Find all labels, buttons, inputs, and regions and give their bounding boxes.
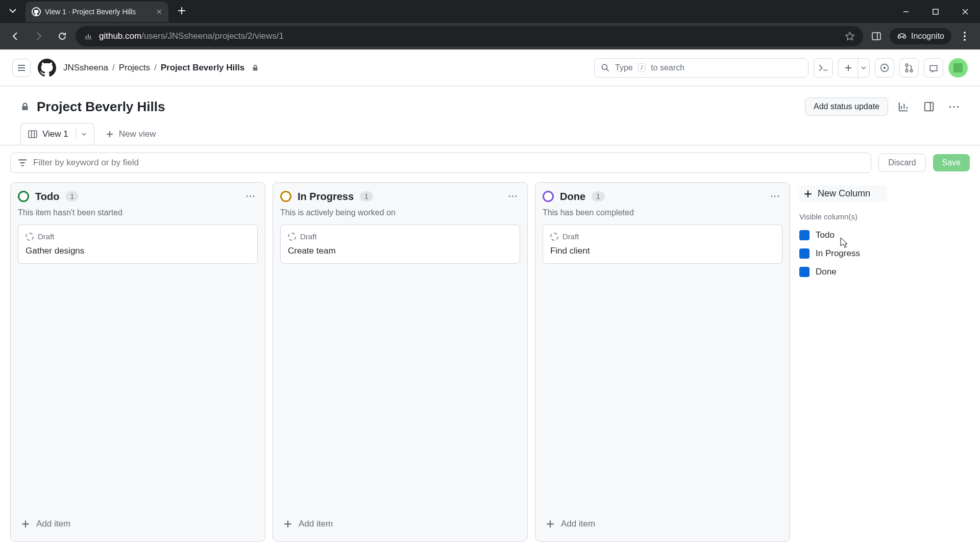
board-layout-icon — [28, 130, 37, 139]
board-card[interactable]: Draft Find client — [543, 224, 782, 264]
column-menu-button[interactable]: ··· — [769, 190, 782, 203]
add-item-button[interactable]: Add item — [543, 514, 782, 534]
filter-input-wrapper[interactable] — [10, 153, 871, 173]
tab-title: View 1 · Project Beverly Hills — [45, 8, 152, 16]
column-menu-button[interactable]: ··· — [506, 190, 520, 203]
card-title: Gather designs — [26, 246, 250, 256]
window-maximize-button[interactable] — [921, 0, 950, 23]
board-card[interactable]: Draft Gather designs — [18, 224, 258, 264]
window-close-button[interactable] — [950, 0, 980, 23]
breadcrumb: JNSsheena / Projects / Project Beverly H… — [63, 63, 259, 73]
board: Todo 1 ··· This item hasn't been started… — [0, 180, 980, 544]
breadcrumb-projects[interactable]: Projects — [119, 63, 150, 73]
breadcrumb-separator: / — [154, 63, 157, 73]
address-bar[interactable]: github.com/users/JNSsheena/projects/2/vi… — [76, 26, 863, 46]
create-new-dropdown[interactable] — [857, 58, 870, 78]
tab-search-button[interactable] — [4, 2, 21, 19]
column-name[interactable]: Todo — [35, 191, 59, 203]
command-palette-button[interactable] — [814, 58, 833, 78]
filter-row: Discard Save — [0, 145, 980, 180]
svg-point-8 — [905, 64, 908, 66]
nav-forward-button[interactable] — [29, 26, 49, 46]
pull-requests-button[interactable] — [899, 58, 919, 78]
new-column-label: New Column — [818, 188, 870, 199]
site-info-icon[interactable] — [84, 32, 93, 41]
nav-back-button[interactable] — [5, 26, 26, 46]
checkbox-checked-icon — [799, 248, 810, 259]
column-count-badge: 1 — [360, 191, 373, 202]
add-item-button[interactable]: Add item — [18, 514, 258, 534]
breadcrumb-current[interactable]: Project Beverly Hills — [161, 63, 244, 73]
checkbox-checked-icon — [799, 267, 810, 277]
visible-column-toggle[interactable]: Done — [799, 263, 887, 281]
window-minimize-button[interactable] — [891, 0, 921, 23]
browser-menu-button[interactable] — [954, 26, 975, 46]
discard-button[interactable]: Discard — [878, 154, 925, 172]
svg-rect-1 — [85, 39, 92, 39]
project-title-row: Project Beverly Hills Add status update … — [0, 86, 980, 123]
filter-icon — [18, 158, 27, 167]
close-tab-icon[interactable]: ✕ — [156, 8, 162, 16]
new-tab-button[interactable] — [174, 3, 190, 19]
view-tab-dropdown[interactable] — [76, 129, 87, 140]
project-details-button[interactable] — [919, 96, 939, 117]
browser-toolbar: github.com/users/JNSsheena/projects/2/vi… — [0, 23, 980, 49]
new-column-button[interactable]: New Column — [799, 185, 887, 202]
column-description: This is actively being worked on — [280, 208, 520, 217]
plus-icon — [546, 519, 555, 529]
visible-columns-label: Visible column(s) — [799, 212, 887, 221]
github-logo[interactable] — [38, 59, 56, 77]
insights-button[interactable] — [893, 96, 914, 117]
create-new-button[interactable] — [838, 58, 857, 78]
add-status-update-button[interactable]: Add status update — [805, 97, 888, 116]
search-icon — [601, 63, 610, 72]
lock-icon — [252, 64, 259, 71]
draft-label: Draft — [562, 232, 579, 241]
browser-tab[interactable]: View 1 · Project Beverly Hills ✕ — [26, 2, 168, 22]
column-settings-panel: New Column Visible column(s) Todo In Pro… — [797, 182, 889, 542]
plus-icon — [803, 189, 813, 198]
visible-column-toggle[interactable]: Todo — [799, 226, 887, 244]
incognito-indicator[interactable]: Incognito — [890, 28, 951, 44]
nav-reload-button[interactable] — [52, 26, 72, 46]
search-placeholder-pre: Type — [615, 63, 633, 72]
draft-label: Draft — [38, 232, 55, 241]
column-name[interactable]: Done — [560, 191, 585, 203]
status-circle-icon — [18, 191, 29, 202]
view-tab-current[interactable]: View 1 — [20, 123, 94, 145]
column-name[interactable]: In Progress — [298, 191, 354, 203]
search-input[interactable]: Type / to search — [594, 58, 808, 78]
nav-menu-button[interactable] — [12, 59, 31, 77]
column-description: This item hasn't been started — [18, 208, 258, 217]
svg-rect-12 — [925, 103, 934, 111]
draft-label: Draft — [300, 232, 317, 241]
board-card[interactable]: Draft Create team — [280, 224, 520, 264]
visible-column-name: Todo — [816, 230, 835, 240]
filter-input[interactable] — [33, 158, 864, 168]
card-title: Create team — [288, 246, 512, 256]
avatar[interactable] — [948, 58, 968, 78]
new-view-button[interactable]: New view — [97, 124, 164, 144]
svg-point-10 — [910, 69, 913, 72]
status-circle-icon — [543, 191, 554, 202]
svg-point-7 — [884, 66, 886, 69]
side-panel-button[interactable] — [866, 26, 887, 46]
github-header: JNSsheena / Projects / Project Beverly H… — [0, 49, 980, 86]
save-button[interactable]: Save — [933, 154, 970, 171]
visible-column-toggle[interactable]: In Progress — [799, 244, 887, 263]
tab-favicon — [32, 7, 41, 16]
breadcrumb-owner[interactable]: JNSsheena — [63, 63, 108, 73]
project-menu-button[interactable]: ··· — [944, 96, 965, 117]
add-item-button[interactable]: Add item — [280, 514, 520, 534]
checkbox-checked-icon — [799, 230, 810, 240]
view-tab-label: View 1 — [42, 129, 68, 139]
notifications-button[interactable] — [924, 58, 943, 78]
column-menu-button[interactable]: ··· — [244, 190, 258, 203]
draft-status-icon — [26, 233, 34, 241]
add-item-label: Add item — [561, 519, 595, 529]
bookmark-star-icon[interactable] — [845, 31, 855, 41]
draft-status-icon — [550, 233, 558, 241]
column-description: This has been completed — [543, 208, 782, 217]
draft-status-icon — [288, 233, 296, 241]
issues-button[interactable] — [875, 58, 894, 78]
